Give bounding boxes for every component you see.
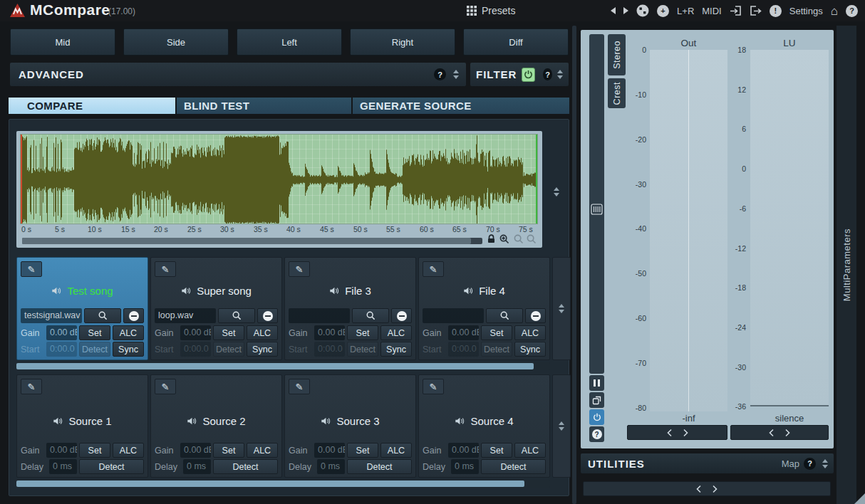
lu-range-button[interactable]: [730, 425, 829, 440]
channel-mode-button[interactable]: L+R: [677, 6, 694, 16]
sync-button[interactable]: Sync: [380, 342, 412, 357]
search-file-button[interactable]: [218, 308, 255, 323]
add-preset-icon[interactable]: +: [657, 5, 669, 17]
set-button[interactable]: Set: [481, 325, 512, 340]
alc-button[interactable]: ALC: [113, 443, 144, 458]
rename-icon[interactable]: ✎: [289, 379, 310, 394]
help-icon[interactable]: ?: [846, 5, 858, 17]
waveform-scroll-thumb[interactable]: [22, 238, 471, 244]
previous-preset-icon[interactable]: [611, 7, 616, 14]
set-button[interactable]: Set: [347, 325, 378, 340]
tab-generate-source[interactable]: GENERATE SOURCE: [353, 98, 569, 114]
filename-field[interactable]: testsignal.wav: [21, 308, 82, 323]
presets-button[interactable]: Presets: [467, 0, 515, 21]
advanced-collapse-icon[interactable]: [453, 70, 459, 79]
gain-field[interactable]: 0.00 dB: [180, 443, 211, 458]
filter-power-button[interactable]: [522, 68, 535, 82]
alc-button[interactable]: ALC: [113, 325, 144, 340]
delay-field[interactable]: 0 ms: [49, 459, 77, 474]
meter-popup-button[interactable]: [589, 392, 604, 408]
zoom-fit-icon[interactable]: [527, 234, 537, 244]
start-field[interactable]: 0:00.0: [46, 342, 77, 357]
channel-tab-left[interactable]: Left: [237, 28, 342, 56]
alert-icon[interactable]: !: [770, 5, 782, 17]
alc-button[interactable]: ALC: [380, 325, 412, 340]
detect-button[interactable]: Detect: [79, 342, 110, 357]
utilities-help-icon[interactable]: ?: [804, 458, 816, 470]
source-slots-scrollbar[interactable]: [16, 480, 550, 488]
tab-compare[interactable]: COMPARE: [9, 98, 175, 114]
alc-button[interactable]: ALC: [514, 443, 546, 458]
rename-icon[interactable]: ✎: [423, 379, 444, 394]
file-slot-2[interactable]: ✎ Super song loop.wav Gain 0.00 dB Set A…: [150, 257, 282, 360]
filename-field[interactable]: [423, 308, 484, 323]
alc-button[interactable]: ALC: [247, 325, 278, 340]
rename-icon[interactable]: ✎: [21, 379, 42, 394]
rename-icon[interactable]: ✎: [289, 261, 310, 277]
source-scroll-thumb[interactable]: [16, 481, 524, 487]
file-slots-scrollbar[interactable]: [16, 362, 550, 370]
set-button[interactable]: Set: [213, 325, 244, 340]
detect-button[interactable]: Detect: [79, 459, 144, 474]
lock-icon[interactable]: [487, 234, 496, 243]
filter-panel-header[interactable]: FILTER ?: [470, 63, 569, 86]
search-file-button[interactable]: [486, 308, 523, 323]
rename-icon[interactable]: ✎: [155, 379, 176, 394]
alc-button[interactable]: ALC: [247, 443, 278, 458]
detect-button[interactable]: Detect: [481, 342, 512, 357]
remove-file-button[interactable]: [391, 308, 412, 323]
file-slot-3[interactable]: ✎ File 3 Gain 0.00 dB Set ALC Start 0:00…: [284, 257, 416, 360]
panel-divider[interactable]: [572, 26, 576, 504]
meter-power-button[interactable]: [589, 409, 604, 425]
set-button[interactable]: Set: [347, 443, 378, 458]
search-file-button[interactable]: [84, 308, 121, 323]
detect-button[interactable]: Detect: [347, 459, 412, 474]
delay-field[interactable]: 0 ms: [317, 459, 345, 474]
settings-button[interactable]: Settings: [789, 6, 823, 16]
alc-button[interactable]: ALC: [380, 443, 412, 458]
end-marker[interactable]: [536, 135, 537, 224]
source-slot-1[interactable]: ✎ Source 1 Gain 0.00 dB Set ALC Delay 0 …: [16, 374, 148, 478]
waveform-height-stepper[interactable]: [545, 178, 568, 205]
set-button[interactable]: Set: [79, 443, 110, 458]
source-slot-4[interactable]: ✎ Source 4 Gain 0.00 dB Set ALC Delay 0 …: [418, 374, 550, 478]
random-preset-icon[interactable]: [636, 4, 649, 17]
meter-help-button[interactable]: ?: [589, 426, 604, 442]
source-slot-3[interactable]: ✎ Source 3 Gain 0.00 dB Set ALC Delay 0 …: [284, 374, 416, 478]
delay-field[interactable]: 0 ms: [451, 459, 479, 474]
sidebar-range-button[interactable]: [583, 481, 831, 496]
channel-tab-mid[interactable]: Mid: [10, 28, 115, 56]
sync-button[interactable]: Sync: [514, 342, 546, 357]
remove-file-button[interactable]: [257, 308, 278, 323]
file-slots-pager[interactable]: [552, 257, 571, 360]
gain-field[interactable]: 0.00 dB: [314, 443, 345, 458]
delay-field[interactable]: 0 ms: [183, 459, 211, 474]
out-meter-bar[interactable]: [650, 50, 727, 411]
resize-grip[interactable]: [854, 493, 865, 504]
detect-button[interactable]: Detect: [213, 459, 278, 474]
gain-field[interactable]: 0.00 dB: [46, 443, 77, 458]
rename-icon[interactable]: ✎: [155, 261, 176, 277]
gain-field[interactable]: 0.00 dB: [448, 325, 479, 340]
search-file-button[interactable]: [352, 308, 389, 323]
advanced-panel-header[interactable]: ADVANCED ?: [10, 63, 466, 86]
channel-tab-right[interactable]: Right: [350, 28, 455, 56]
file-scroll-thumb[interactable]: [16, 363, 534, 369]
filter-help-icon[interactable]: ?: [543, 68, 552, 80]
source-slots-pager[interactable]: [552, 374, 571, 478]
remove-file-button[interactable]: [525, 308, 546, 323]
midi-import-icon[interactable]: [730, 6, 742, 16]
gain-field[interactable]: 0.00 dB: [180, 325, 211, 340]
meter-pause-button[interactable]: [589, 375, 604, 391]
utilities-panel-header[interactable]: UTILITIES Map ?: [581, 453, 834, 473]
filename-field[interactable]: loop.wav: [155, 308, 216, 323]
alc-button[interactable]: ALC: [514, 325, 546, 340]
source-slot-2[interactable]: ✎ Source 2 Gain 0.00 dB Set ALC Delay 0 …: [150, 374, 282, 478]
midi-export-icon[interactable]: [750, 6, 762, 16]
file-slot-4[interactable]: ✎ File 4 Gain 0.00 dB Set ALC Start 0:00…: [418, 257, 550, 360]
next-preset-icon[interactable]: [623, 7, 628, 14]
zoom-in-icon[interactable]: [499, 234, 509, 244]
channel-tab-diff[interactable]: Diff: [463, 28, 569, 56]
lu-meter-bar[interactable]: [750, 50, 829, 406]
waveform-scrollbar[interactable]: [22, 238, 482, 244]
